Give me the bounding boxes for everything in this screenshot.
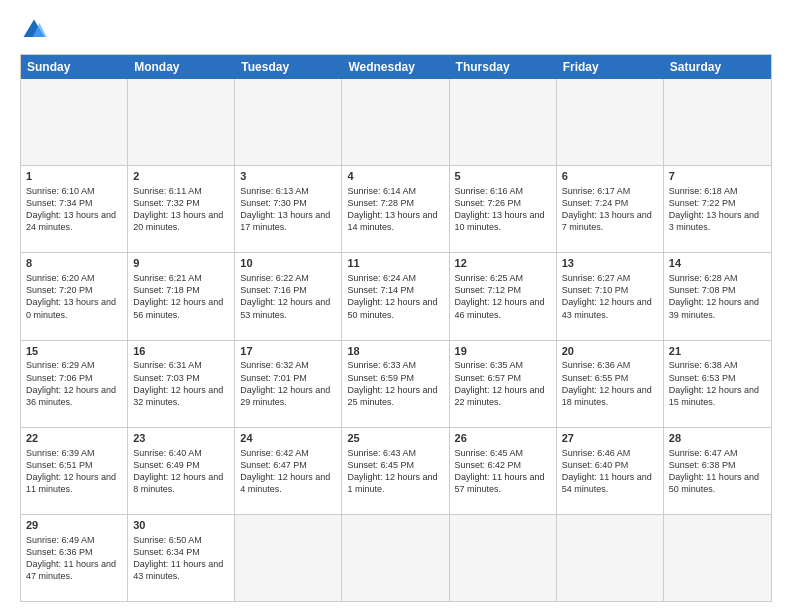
calendar-cell: 23Sunrise: 6:40 AMSunset: 6:49 PMDayligh…: [128, 428, 235, 514]
sunset-text: Sunset: 7:16 PM: [240, 284, 336, 296]
calendar-cell: [664, 79, 771, 165]
sunset-text: Sunset: 6:55 PM: [562, 372, 658, 384]
day-number: 5: [455, 169, 551, 184]
sunrise-text: Sunrise: 6:36 AM: [562, 359, 658, 371]
day-number: 4: [347, 169, 443, 184]
day-number: 25: [347, 431, 443, 446]
daylight-text: Daylight: 12 hours and 50 minutes.: [347, 296, 443, 320]
day-number: 24: [240, 431, 336, 446]
sunrise-text: Sunrise: 6:11 AM: [133, 185, 229, 197]
sunrise-text: Sunrise: 6:43 AM: [347, 447, 443, 459]
sunrise-text: Sunrise: 6:35 AM: [455, 359, 551, 371]
daylight-text: Daylight: 13 hours and 17 minutes.: [240, 209, 336, 233]
day-number: 15: [26, 344, 122, 359]
daylight-text: Daylight: 12 hours and 29 minutes.: [240, 384, 336, 408]
daylight-text: Daylight: 12 hours and 56 minutes.: [133, 296, 229, 320]
sunrise-text: Sunrise: 6:29 AM: [26, 359, 122, 371]
day-number: 18: [347, 344, 443, 359]
sunrise-text: Sunrise: 6:25 AM: [455, 272, 551, 284]
day-number: 29: [26, 518, 122, 533]
sunrise-text: Sunrise: 6:22 AM: [240, 272, 336, 284]
calendar-cell: 11Sunrise: 6:24 AMSunset: 7:14 PMDayligh…: [342, 253, 449, 339]
sunset-text: Sunset: 6:42 PM: [455, 459, 551, 471]
sunrise-text: Sunrise: 6:50 AM: [133, 534, 229, 546]
calendar-cell: [235, 79, 342, 165]
sunset-text: Sunset: 6:40 PM: [562, 459, 658, 471]
day-number: 2: [133, 169, 229, 184]
sunrise-text: Sunrise: 6:17 AM: [562, 185, 658, 197]
daylight-text: Daylight: 13 hours and 14 minutes.: [347, 209, 443, 233]
daylight-text: Daylight: 13 hours and 24 minutes.: [26, 209, 122, 233]
calendar-cell: 3Sunrise: 6:13 AMSunset: 7:30 PMDaylight…: [235, 166, 342, 252]
calendar-cell: 10Sunrise: 6:22 AMSunset: 7:16 PMDayligh…: [235, 253, 342, 339]
sunset-text: Sunset: 7:10 PM: [562, 284, 658, 296]
calendar-cell: 2Sunrise: 6:11 AMSunset: 7:32 PMDaylight…: [128, 166, 235, 252]
calendar-row-2: 8Sunrise: 6:20 AMSunset: 7:20 PMDaylight…: [21, 252, 771, 339]
sunrise-text: Sunrise: 6:10 AM: [26, 185, 122, 197]
day-number: 19: [455, 344, 551, 359]
calendar-cell: 17Sunrise: 6:32 AMSunset: 7:01 PMDayligh…: [235, 341, 342, 427]
calendar-row-1: 1Sunrise: 6:10 AMSunset: 7:34 PMDaylight…: [21, 165, 771, 252]
calendar-cell: 12Sunrise: 6:25 AMSunset: 7:12 PMDayligh…: [450, 253, 557, 339]
sunset-text: Sunset: 7:26 PM: [455, 197, 551, 209]
sunset-text: Sunset: 7:22 PM: [669, 197, 766, 209]
calendar-cell: [664, 515, 771, 601]
header-day-saturday: Saturday: [664, 55, 771, 79]
daylight-text: Daylight: 11 hours and 57 minutes.: [455, 471, 551, 495]
sunset-text: Sunset: 6:49 PM: [133, 459, 229, 471]
sunrise-text: Sunrise: 6:45 AM: [455, 447, 551, 459]
daylight-text: Daylight: 12 hours and 15 minutes.: [669, 384, 766, 408]
sunset-text: Sunset: 7:32 PM: [133, 197, 229, 209]
header-day-thursday: Thursday: [450, 55, 557, 79]
sunset-text: Sunset: 6:47 PM: [240, 459, 336, 471]
day-number: 10: [240, 256, 336, 271]
sunset-text: Sunset: 6:53 PM: [669, 372, 766, 384]
sunset-text: Sunset: 7:14 PM: [347, 284, 443, 296]
calendar-cell: 20Sunrise: 6:36 AMSunset: 6:55 PMDayligh…: [557, 341, 664, 427]
calendar-row-0: [21, 79, 771, 165]
sunset-text: Sunset: 7:01 PM: [240, 372, 336, 384]
day-number: 8: [26, 256, 122, 271]
logo-icon: [20, 16, 48, 44]
day-number: 23: [133, 431, 229, 446]
calendar-row-4: 22Sunrise: 6:39 AMSunset: 6:51 PMDayligh…: [21, 427, 771, 514]
day-number: 3: [240, 169, 336, 184]
sunrise-text: Sunrise: 6:47 AM: [669, 447, 766, 459]
logo: [20, 16, 52, 44]
calendar-body: 1Sunrise: 6:10 AMSunset: 7:34 PMDaylight…: [21, 79, 771, 601]
sunrise-text: Sunrise: 6:31 AM: [133, 359, 229, 371]
calendar-cell: [21, 79, 128, 165]
header-day-wednesday: Wednesday: [342, 55, 449, 79]
daylight-text: Daylight: 11 hours and 54 minutes.: [562, 471, 658, 495]
calendar-cell: 19Sunrise: 6:35 AMSunset: 6:57 PMDayligh…: [450, 341, 557, 427]
daylight-text: Daylight: 13 hours and 7 minutes.: [562, 209, 658, 233]
calendar-cell: 16Sunrise: 6:31 AMSunset: 7:03 PMDayligh…: [128, 341, 235, 427]
calendar-cell: 4Sunrise: 6:14 AMSunset: 7:28 PMDaylight…: [342, 166, 449, 252]
sunrise-text: Sunrise: 6:49 AM: [26, 534, 122, 546]
day-number: 13: [562, 256, 658, 271]
sunrise-text: Sunrise: 6:33 AM: [347, 359, 443, 371]
daylight-text: Daylight: 13 hours and 3 minutes.: [669, 209, 766, 233]
sunset-text: Sunset: 7:28 PM: [347, 197, 443, 209]
calendar-cell: [235, 515, 342, 601]
daylight-text: Daylight: 11 hours and 50 minutes.: [669, 471, 766, 495]
day-number: 17: [240, 344, 336, 359]
header-day-tuesday: Tuesday: [235, 55, 342, 79]
calendar-cell: [128, 79, 235, 165]
calendar-cell: 22Sunrise: 6:39 AMSunset: 6:51 PMDayligh…: [21, 428, 128, 514]
sunrise-text: Sunrise: 6:16 AM: [455, 185, 551, 197]
day-number: 28: [669, 431, 766, 446]
daylight-text: Daylight: 13 hours and 20 minutes.: [133, 209, 229, 233]
day-number: 26: [455, 431, 551, 446]
calendar-cell: [450, 79, 557, 165]
calendar-cell: [342, 515, 449, 601]
calendar-cell: 27Sunrise: 6:46 AMSunset: 6:40 PMDayligh…: [557, 428, 664, 514]
sunrise-text: Sunrise: 6:28 AM: [669, 272, 766, 284]
daylight-text: Daylight: 12 hours and 11 minutes.: [26, 471, 122, 495]
calendar-cell: 24Sunrise: 6:42 AMSunset: 6:47 PMDayligh…: [235, 428, 342, 514]
day-number: 20: [562, 344, 658, 359]
calendar-row-5: 29Sunrise: 6:49 AMSunset: 6:36 PMDayligh…: [21, 514, 771, 601]
day-number: 9: [133, 256, 229, 271]
sunrise-text: Sunrise: 6:42 AM: [240, 447, 336, 459]
day-number: 7: [669, 169, 766, 184]
